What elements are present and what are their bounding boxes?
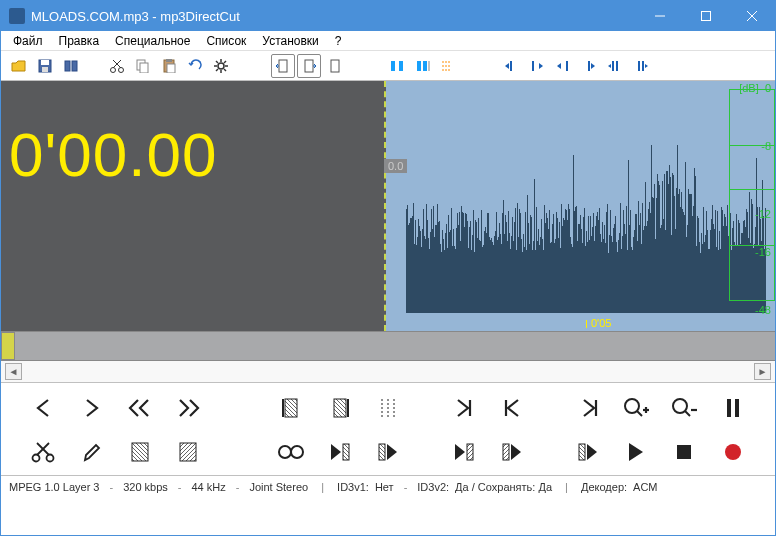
open-button[interactable] <box>7 55 31 77</box>
menu-special[interactable]: Специальное <box>107 33 198 49</box>
waveform-area[interactable]: 0'00.00 0.0 [dB] 0 -8 -12 -16 -48 0'05 <box>1 81 775 331</box>
split-button[interactable] <box>364 393 412 423</box>
svg-line-26 <box>216 69 218 71</box>
appname-text: mp3DirectCut <box>160 9 239 24</box>
svg-point-9 <box>111 67 116 72</box>
svg-rect-6 <box>42 67 48 72</box>
play-from-a-button[interactable] <box>315 437 363 467</box>
waveform-pane[interactable]: [dB] 0 -8 -12 -16 -48 0'05 <box>386 81 775 331</box>
db-12: -12 <box>725 208 775 220</box>
zoom-in-button[interactable] <box>612 393 660 423</box>
svg-line-24 <box>224 69 226 71</box>
svg-rect-32 <box>417 61 421 71</box>
svg-rect-31 <box>399 61 403 71</box>
sel-end-left-button[interactable] <box>551 55 575 77</box>
play-to-a-button[interactable] <box>364 437 412 467</box>
overview-timeline[interactable] <box>1 331 775 361</box>
svg-rect-28 <box>305 60 313 72</box>
cut-button[interactable] <box>105 55 129 77</box>
toolbar <box>1 51 775 81</box>
play-to-c-button[interactable] <box>563 437 611 467</box>
loop-button[interactable] <box>267 437 315 467</box>
svg-rect-29 <box>331 60 339 72</box>
pause-button[interactable] <box>709 393 757 423</box>
svg-point-73 <box>279 446 291 458</box>
menu-list[interactable]: Список <box>198 33 254 49</box>
scrollbar-area: ◄ ► <box>1 361 775 383</box>
svg-rect-80 <box>677 445 691 459</box>
step-forward-button[interactable] <box>67 393 115 423</box>
svg-point-61 <box>673 399 687 413</box>
edit-button[interactable] <box>67 437 115 467</box>
set-begin-button[interactable] <box>267 393 315 423</box>
svg-rect-78 <box>503 444 509 460</box>
marker-b-button[interactable] <box>411 55 435 77</box>
minimize-button[interactable] <box>637 1 683 31</box>
region-b-button[interactable] <box>164 437 212 467</box>
step-back-button[interactable] <box>19 393 67 423</box>
play-button[interactable] <box>612 437 660 467</box>
svg-rect-33 <box>423 61 427 71</box>
menu-help[interactable]: ? <box>327 33 350 49</box>
svg-rect-14 <box>140 63 148 73</box>
goto-end-button[interactable] <box>439 393 487 423</box>
sel-begin-left-button[interactable] <box>499 55 523 77</box>
sel-end-right-button[interactable] <box>577 55 601 77</box>
region-a-button[interactable] <box>116 437 164 467</box>
doc-next-button[interactable] <box>297 54 321 78</box>
svg-rect-75 <box>343 444 349 460</box>
svg-point-81 <box>725 444 741 460</box>
paste-button[interactable] <box>157 55 181 77</box>
svg-line-25 <box>224 61 226 63</box>
app-icon <box>9 8 25 24</box>
doc-prev-button[interactable] <box>271 54 295 78</box>
status-channels: Joint Stereo <box>249 481 308 493</box>
sel-both-left-button[interactable] <box>603 55 627 77</box>
svg-rect-49 <box>334 399 346 417</box>
undo-button[interactable] <box>183 55 207 77</box>
scroll-right-button[interactable]: ► <box>754 363 771 380</box>
play-from-b-button[interactable] <box>439 437 487 467</box>
play-to-b-button[interactable] <box>488 437 536 467</box>
zoom-out-button[interactable] <box>660 393 708 423</box>
svg-point-67 <box>47 455 54 462</box>
scroll-left-button[interactable]: ◄ <box>5 363 22 380</box>
svg-point-57 <box>625 399 639 413</box>
marker-a-button[interactable] <box>385 55 409 77</box>
set-end-button[interactable] <box>315 393 363 423</box>
menu-settings[interactable]: Установки <box>254 33 326 49</box>
svg-point-74 <box>291 446 303 458</box>
status-id3v2-value: Да / Сохранять: Да <box>455 481 552 493</box>
menu-file[interactable]: Файл <box>5 33 51 49</box>
maximize-button[interactable] <box>683 1 729 31</box>
save-selection-button[interactable] <box>59 55 83 77</box>
stop-button[interactable] <box>660 437 708 467</box>
fast-forward-button[interactable] <box>164 393 212 423</box>
settings-button[interactable] <box>209 55 233 77</box>
status-decoder-value: ACM <box>633 481 657 493</box>
time-pane: 0'00.00 <box>1 81 386 331</box>
marker-c-button[interactable] <box>437 55 461 77</box>
db-48: -48 <box>725 304 775 316</box>
current-position-marker[interactable] <box>1 332 15 360</box>
svg-rect-65 <box>735 399 739 417</box>
rewind-button[interactable] <box>116 393 164 423</box>
doc-button[interactable] <box>323 55 347 77</box>
svg-rect-1 <box>702 12 711 21</box>
next-cue-button[interactable] <box>563 393 611 423</box>
cut-edit-button[interactable] <box>19 437 67 467</box>
db-0: 0 <box>765 82 771 94</box>
record-button[interactable] <box>709 437 757 467</box>
svg-rect-17 <box>167 64 175 73</box>
svg-rect-71 <box>180 443 196 461</box>
goto-start-button[interactable] <box>488 393 536 423</box>
copy-button[interactable] <box>131 55 155 77</box>
db-meter-boxes <box>729 89 775 301</box>
time-tick: 0'05 <box>586 317 611 329</box>
menu-edit[interactable]: Правка <box>51 33 108 49</box>
sel-both-right-button[interactable] <box>629 55 653 77</box>
svg-rect-46 <box>285 399 297 417</box>
save-button[interactable] <box>33 55 57 77</box>
sel-begin-right-button[interactable] <box>525 55 549 77</box>
close-button[interactable] <box>729 1 775 31</box>
